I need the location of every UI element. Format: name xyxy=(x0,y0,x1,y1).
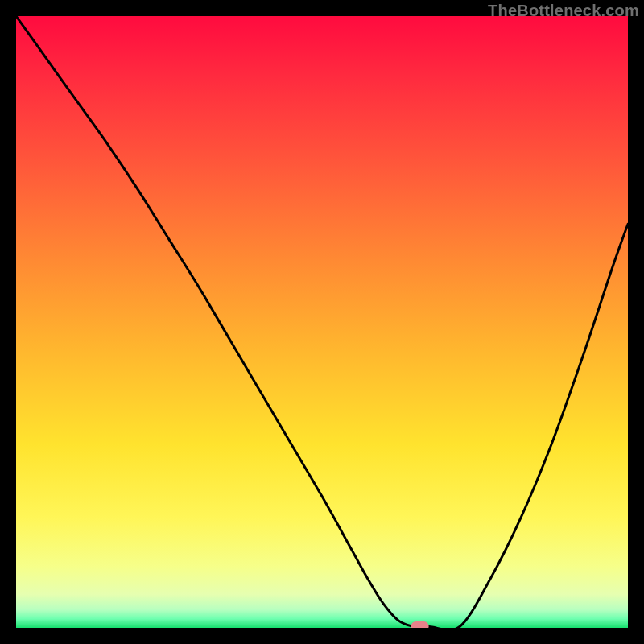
plot-area xyxy=(16,16,628,628)
optimal-marker xyxy=(411,621,429,628)
gradient-background xyxy=(16,16,628,628)
bottleneck-chart xyxy=(16,16,628,628)
chart-frame: TheBottleneck.com xyxy=(0,0,644,644)
